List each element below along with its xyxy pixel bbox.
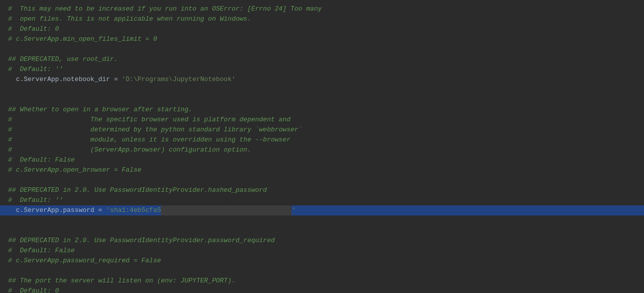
line-7: # Default: '' <box>0 64 644 75</box>
line-26-text: # c.ServerApp.password_required = False <box>8 256 161 266</box>
line-21-string-end: ' <box>292 205 296 215</box>
line-21-string-start: 'sha1:4eb5cfa5 <box>106 205 161 215</box>
line-3-text: # Default: 0 <box>8 24 59 34</box>
line-17: # c.ServerApp.open_browser = False <box>0 165 644 175</box>
line-14-text: # module, unless it is overridden using <box>8 135 239 145</box>
line-12-text: # The specific browser used is platform … <box>8 115 291 125</box>
line-26: # c.ServerApp.password_required = False <box>0 256 644 266</box>
line-13: # determined by the python standard libr… <box>0 125 644 135</box>
line-19-text: ## DEPRECATED in 2.0. Use PasswordIdenti… <box>8 185 267 195</box>
line-6: ## DEPRECATED, use root_dir. <box>0 54 644 64</box>
line-1-text: # This may need to be increased if you r… <box>8 4 322 14</box>
line-28: ## The port the server will listen on (e… <box>0 276 644 286</box>
line-20: # Default: '' <box>0 195 644 205</box>
line-21-redacted-1: b67036 <box>161 205 194 215</box>
line-3: # Default: 0 <box>0 24 644 34</box>
line-18 <box>0 175 644 185</box>
line-25-text: # Default: False <box>8 246 75 256</box>
line-22 <box>0 215 644 226</box>
line-24-text: ## DEPRECATED in 2.0. Use PasswordIdenti… <box>8 236 275 246</box>
line-21-redacted-2: b444da8f4 <box>194 205 226 215</box>
line-7-text: # Default: '' <box>8 64 63 75</box>
line-20-text: # Default: '' <box>8 195 63 205</box>
line-24: ## DEPRECATED in 2.0. Use PasswordIdenti… <box>0 236 644 246</box>
line-21-redacted-4: ca4 <box>259 205 292 215</box>
line-25: # Default: False <box>0 246 644 256</box>
line-15-text: # (ServerApp.browser) configuration opti… <box>8 145 251 155</box>
line-27 <box>0 266 644 276</box>
line-28-text: ## The port the server will listen on (e… <box>8 276 235 286</box>
line-5 <box>0 44 644 54</box>
line-8-string: 'D:\Programs\JupyterNotebook' <box>122 75 235 85</box>
line-21-highlighted: c.ServerApp.password = 'sha1:4eb5cfa5b67… <box>0 205 644 215</box>
line-11: ## Whether to open in a browser after st… <box>0 105 644 115</box>
line-9 <box>0 85 644 95</box>
line-6-text: ## DEPRECATED, use root_dir. <box>8 54 118 64</box>
line-4-text: # c.ServerApp.min_open_files_limit = 0 <box>8 34 157 44</box>
line-21-code: c.ServerApp.password = <box>8 205 106 215</box>
line-10 <box>0 95 644 105</box>
line-8: c.ServerApp.notebook_dir = 'D:\Programs\… <box>0 75 644 85</box>
line-8-text: c.ServerApp.notebook_dir = <box>8 75 122 85</box>
line-1: # This may need to be increased if you r… <box>0 4 644 14</box>
line-17-text: # c.ServerApp.open_browser = False <box>8 165 141 175</box>
line-19: ## DEPRECATED in 2.0. Use PasswordIdenti… <box>0 185 644 195</box>
line-16-text: # Default: False <box>8 155 75 165</box>
line-14-the: the <box>239 135 251 145</box>
line-11-text: ## Whether to open in a browser after st… <box>8 105 193 115</box>
line-29-text: # Default: 0 <box>8 286 59 293</box>
code-editor: # This may need to be increased if you r… <box>0 0 644 293</box>
line-21-redacted-3: 1732200 <box>226 205 259 215</box>
line-14-rest: --browser <box>251 135 291 145</box>
line-13-text: # determined by the python standard libr… <box>8 125 302 135</box>
line-4: # c.ServerApp.min_open_files_limit = 0 <box>0 34 644 44</box>
line-12: # The specific browser used is platform … <box>0 115 644 125</box>
line-14: # module, unless it is overridden using … <box>0 135 644 145</box>
line-16: # Default: False <box>0 155 644 165</box>
line-23 <box>0 226 644 236</box>
line-2-text: # open files. This is not applicable whe… <box>8 14 251 24</box>
line-29: # Default: 0 <box>0 286 644 293</box>
line-15: # (ServerApp.browser) configuration opti… <box>0 145 644 155</box>
line-2: # open files. This is not applicable whe… <box>0 14 644 24</box>
